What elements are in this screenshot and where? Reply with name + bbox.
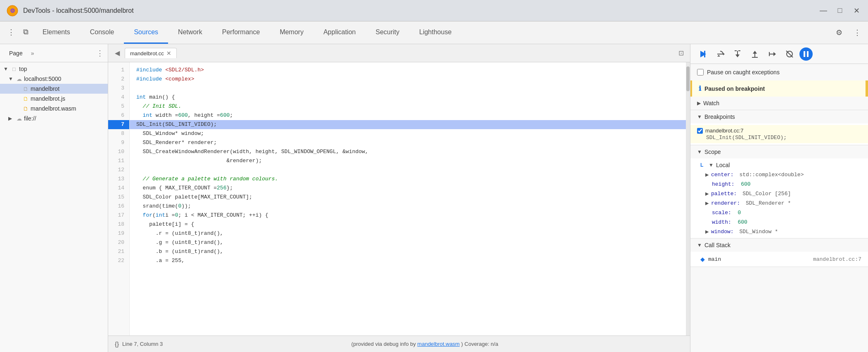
tree-item-mandelbrotwasm[interactable]: ▶ 🗋 mandelbrot.wasm bbox=[0, 104, 108, 113]
pause-on-exceptions-checkbox[interactable] bbox=[697, 69, 704, 76]
scope-local-label: Local bbox=[716, 162, 730, 168]
debug-file-link[interactable]: mandelbrot.wasm bbox=[417, 341, 460, 347]
line-num-5: 5 bbox=[108, 102, 129, 111]
tree-item-localhost[interactable]: ▼ ☁ localhost:5000 bbox=[0, 74, 108, 84]
callstack-item-main[interactable]: ◆ main mandelbrot.cc:7 bbox=[690, 253, 868, 265]
bp-checkbox[interactable] bbox=[697, 128, 703, 134]
tab-network[interactable]: Network bbox=[168, 21, 212, 44]
callstack-func-main: main bbox=[708, 256, 721, 262]
deactivate-btn[interactable] bbox=[782, 47, 797, 61]
tree-arrow-top: ▼ bbox=[3, 66, 9, 72]
code-line-11: &renderer); bbox=[130, 156, 686, 165]
callstack-section: ▼ Call Stack ◆ main mandelbrot.cc:7 bbox=[690, 239, 868, 267]
code-line-6: int width = 600, height = 600; bbox=[130, 111, 686, 120]
window-title: DevTools - localhost:5000/mandelbrot bbox=[23, 7, 813, 14]
minimize-button[interactable]: — bbox=[818, 6, 828, 16]
cloud-icon-file: ☁ bbox=[16, 115, 22, 122]
scope-val-scale: 0 bbox=[738, 210, 741, 216]
tree-label-file: file:// bbox=[24, 115, 36, 122]
scope-key-renderer: renderer: bbox=[711, 200, 740, 206]
left-panel-header: Page » ⋮ bbox=[0, 44, 108, 62]
scope-palette[interactable]: ▶ palette: SDL_Color [256] bbox=[690, 189, 868, 198]
close-button[interactable]: ✕ bbox=[851, 6, 861, 16]
tab-lighthouse[interactable]: Lighthouse bbox=[409, 21, 461, 44]
tab-security[interactable]: Security bbox=[365, 21, 409, 44]
tree-arrow-localhost: ▼ bbox=[8, 76, 14, 82]
local-arrow-icon: ▼ bbox=[709, 162, 714, 168]
resume-btn[interactable] bbox=[695, 47, 710, 61]
editor-tab-mandelbrotcc[interactable]: mandelbrot.cc ✕ bbox=[125, 48, 177, 58]
file-tree: ▼ □ top ▼ ☁ localhost:5000 ▶ 🗋 mandelbro… bbox=[0, 62, 108, 352]
callstack-section-header[interactable]: ▼ Call Stack bbox=[690, 239, 868, 252]
tab-sources[interactable]: Sources bbox=[124, 21, 168, 44]
status-bar-center: (provided via debug info by mandelbrot.w… bbox=[166, 341, 683, 347]
tab-application[interactable]: Application bbox=[313, 21, 365, 44]
more-options-icon[interactable]: ⋮ bbox=[850, 25, 865, 40]
step-btn[interactable] bbox=[765, 47, 780, 61]
panel-more-btn[interactable]: » bbox=[31, 50, 34, 57]
tree-item-mandelbrotjs[interactable]: ▶ 🗋 mandelbrot.js bbox=[0, 94, 108, 104]
scope-renderer[interactable]: ▶ renderer: SDL_Renderer * bbox=[690, 198, 868, 208]
scope-window[interactable]: ▶ window: SDL_Window * bbox=[690, 227, 868, 236]
scope-center[interactable]: ▶ center: std::complex<double> bbox=[690, 170, 868, 180]
scope-key-window: window: bbox=[711, 229, 734, 235]
code-line-16: srand(time(0)); bbox=[130, 202, 686, 211]
editor-tab-close-btn[interactable]: ✕ bbox=[166, 50, 171, 57]
panel-options-btn[interactable]: ⋮ bbox=[96, 49, 104, 58]
line-num-18: 18 bbox=[108, 220, 129, 229]
back-nav-btn[interactable]: ◀ bbox=[111, 47, 123, 59]
tab-customize[interactable]: ⋮ bbox=[3, 21, 19, 44]
tree-item-top[interactable]: ▼ □ top bbox=[0, 64, 108, 74]
svg-marker-15 bbox=[773, 52, 776, 56]
tab-performance[interactable]: Performance bbox=[212, 21, 270, 44]
scope-expand-center[interactable]: ▶ bbox=[705, 172, 709, 177]
tree-item-mandelbrot[interactable]: ▶ 🗋 mandelbrot bbox=[0, 84, 108, 94]
tab-dock[interactable]: ⧉ bbox=[19, 21, 33, 44]
tab-elements[interactable]: Elements bbox=[33, 21, 80, 44]
watch-arrow-icon: ▶ bbox=[697, 100, 701, 106]
svg-rect-19 bbox=[804, 51, 805, 57]
scope-val-palette: SDL_Color [256] bbox=[739, 191, 791, 197]
breakpoints-section-header[interactable]: ▼ Breakpoints bbox=[690, 110, 868, 123]
tab-memory[interactable]: Memory bbox=[270, 21, 313, 44]
scope-expand-palette[interactable]: ▶ bbox=[705, 191, 709, 196]
breakpoints-arrow-icon: ▼ bbox=[697, 114, 702, 120]
format-btn[interactable]: ⊡ bbox=[675, 47, 687, 59]
scope-expand-renderer[interactable]: ▶ bbox=[705, 201, 709, 206]
pause-btn[interactable] bbox=[799, 47, 813, 61]
scope-val-height: 600 bbox=[741, 181, 750, 187]
watch-section-label: Watch bbox=[703, 100, 719, 106]
step-out-btn[interactable] bbox=[747, 47, 762, 61]
svg-rect-3 bbox=[704, 51, 705, 57]
svg-marker-12 bbox=[753, 51, 757, 54]
step-over-btn[interactable] bbox=[713, 47, 728, 61]
code-line-20: .g = (uint8_t)rand(), bbox=[130, 238, 686, 247]
scope-expand-window[interactable]: ▶ bbox=[705, 229, 709, 234]
file-icon-mandelbrotjs: 🗋 bbox=[22, 95, 29, 102]
line-num-9: 9 bbox=[108, 138, 129, 147]
code-line-10: SDL_CreateWindowAndRenderer(width, heigh… bbox=[130, 147, 686, 156]
code-line-17: for (int i = 0; i < MAX_ITER_COUNT; ++i)… bbox=[130, 211, 686, 220]
scope-section-header[interactable]: ▼ Scope bbox=[690, 145, 868, 158]
settings-icon[interactable]: ⚙ bbox=[832, 25, 847, 40]
maximize-button[interactable]: □ bbox=[835, 6, 845, 16]
line-num-6: 6 bbox=[108, 111, 129, 120]
callstack-section-label: Call Stack bbox=[704, 242, 730, 248]
tree-item-file[interactable]: ▶ ☁ file:// bbox=[0, 113, 108, 123]
scope-scale: scale: 0 bbox=[690, 208, 868, 217]
editor-scrollbar[interactable] bbox=[686, 62, 690, 335]
code-line-19: .r = (uint8_t)rand(), bbox=[130, 229, 686, 238]
scope-section-label: Scope bbox=[704, 149, 721, 155]
title-bar: ⚙ DevTools - localhost:5000/mandelbrot —… bbox=[0, 0, 868, 21]
step-into-btn[interactable] bbox=[730, 47, 745, 61]
line-num-22: 22 bbox=[108, 256, 129, 265]
watch-section-header[interactable]: ▶ Watch bbox=[690, 97, 868, 110]
code-content[interactable]: #include <SDL2/SDL.h> #include <complex>… bbox=[130, 62, 686, 335]
editor-scrollbar-thumb[interactable] bbox=[686, 66, 690, 91]
scope-local-header[interactable]: L ▼ Local bbox=[690, 160, 868, 170]
tab-console[interactable]: Console bbox=[80, 21, 124, 44]
code-line-18: palette[i] = { bbox=[130, 220, 686, 229]
format-icon[interactable]: {} bbox=[115, 340, 119, 347]
tree-label-localhost: localhost:5000 bbox=[24, 76, 61, 82]
page-tab[interactable]: Page bbox=[4, 48, 28, 58]
